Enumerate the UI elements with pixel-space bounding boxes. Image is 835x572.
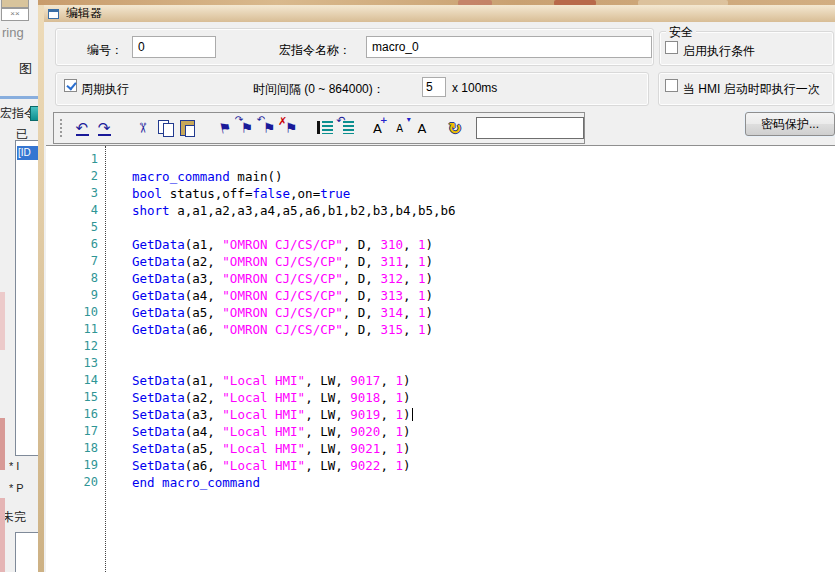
code-line[interactable]: 11GetData(a6, "OMRON CJ/CS/CP", D, 315, … — [46, 321, 826, 338]
number-input[interactable] — [132, 36, 216, 58]
font-increase-icon[interactable]: A — [367, 117, 387, 139]
dialog-titlebar[interactable]: 编辑器 — [44, 5, 835, 22]
macro-list-selected-item[interactable]: [ID — [17, 146, 38, 160]
code-text: bool status,off=false,on=true — [105, 185, 350, 202]
font-icon[interactable]: A — [412, 117, 432, 139]
code-text: GetData(a1, "OMRON CJ/CS/CP", D, 310, 1) — [105, 236, 433, 253]
code-line[interactable]: 2macro_command main() — [46, 168, 826, 185]
paste-icon[interactable] — [177, 117, 197, 139]
bookmark-next-icon[interactable]: ⚑ — [237, 117, 257, 139]
periodic-checkbox[interactable] — [64, 79, 77, 92]
code-text: GetData(a4, "OMRON CJ/CS/CP", D, 313, 1) — [105, 287, 433, 304]
line-number: 16 — [46, 406, 105, 423]
code-line[interactable]: 1 — [46, 151, 826, 168]
line-number: 8 — [46, 270, 105, 287]
outdent-icon[interactable] — [336, 117, 356, 139]
security-group-label: 安全 — [666, 24, 696, 41]
macro-name-label: 宏指令名称： — [279, 42, 351, 59]
code-line[interactable]: 13 — [46, 355, 826, 372]
line-number: 13 — [46, 355, 105, 372]
code-text: end macro_command — [105, 474, 260, 491]
interval-label: 时间间隔 (0 ~ 864000)： — [253, 81, 385, 98]
code-line[interactable]: 4short a,a1,a2,a3,a4,a5,a6,b1,b2,b3,b4,b… — [46, 202, 826, 219]
line-number: 6 — [46, 236, 105, 253]
run-on-startup-checkbox[interactable] — [665, 79, 678, 92]
dialog-title: 编辑器 — [66, 5, 102, 22]
bookmark-toggle-icon[interactable]: ⚑ — [212, 115, 236, 141]
toolbox-button-partial-icon[interactable] — [1, 0, 29, 8]
code-text: SetData(a4, "Local HMI", LW, 9020, 1) — [105, 423, 411, 440]
code-line[interactable]: 14SetData(a1, "Local HMI", LW, 9017, 1) — [46, 372, 826, 389]
line-number: 3 — [46, 185, 105, 202]
code-text — [105, 338, 132, 355]
code-line[interactable]: 16SetData(a3, "Local HMI", LW, 9019, 1) — [46, 406, 826, 423]
macro-name-input[interactable] — [366, 36, 652, 58]
code-line[interactable]: 15SetData(a2, "Local HMI", LW, 9018, 1) — [46, 389, 826, 406]
bookmark-prev-icon[interactable]: ⚑ — [259, 117, 279, 139]
code-text: macro_command main() — [105, 168, 283, 185]
line-number: 19 — [46, 457, 105, 474]
code-line[interactable]: 7GetData(a2, "OMRON CJ/CS/CP", D, 311, 1… — [46, 253, 826, 270]
run-on-startup-label: 当 HMI 启动时即执行一次 — [683, 81, 820, 98]
line-number: 4 — [46, 202, 105, 219]
redo-icon[interactable]: ↷ — [94, 117, 114, 139]
cut-icon[interactable]: ✂ — [132, 118, 154, 138]
code-line[interactable]: 10GetData(a5, "OMRON CJ/CS/CP", D, 314, … — [46, 304, 826, 321]
code-line[interactable]: 9GetData(a4, "OMRON CJ/CS/CP", D, 313, 1… — [46, 287, 826, 304]
code-lines: 12macro_command main()3bool status,off=f… — [46, 151, 826, 491]
number-label: 编号： — [87, 42, 123, 59]
line-number: 14 — [46, 372, 105, 389]
secondary-list[interactable] — [15, 532, 40, 572]
star-i-label: * I — [9, 460, 19, 472]
code-text: GetData(a2, "OMRON CJ/CS/CP", D, 311, 1) — [105, 253, 433, 270]
code-line[interactable]: 19SetData(a6, "Local HMI", LW, 9022, 1) — [46, 457, 826, 474]
copy-icon[interactable] — [155, 117, 175, 139]
code-line[interactable]: 20end macro_command — [46, 474, 826, 491]
code-text: GetData(a6, "OMRON CJ/CS/CP", D, 315, 1) — [105, 321, 433, 338]
code-text — [105, 355, 132, 372]
text-cursor — [412, 408, 413, 421]
code-text: short a,a1,a2,a3,a4,a5,a6,b1,b2,b3,b4,b5… — [105, 202, 456, 219]
xx-tool-icon[interactable]: ×× — [1, 8, 29, 21]
line-number: 1 — [46, 151, 105, 168]
bookmark-clear-icon[interactable]: ⚑ — [281, 117, 301, 139]
toolbar-grip[interactable] — [60, 119, 65, 137]
macro-list[interactable]: [ID — [15, 140, 40, 456]
keyword-search-input[interactable] — [476, 117, 584, 139]
ring-label: ring — [2, 25, 24, 40]
code-text: SetData(a6, "Local HMI", LW, 9022, 1) — [105, 457, 411, 474]
unfinished-group-label: 未完 — [2, 509, 26, 526]
background-window-fragment — [0, 498, 5, 572]
password-protect-button[interactable]: 密码保护... — [745, 112, 835, 136]
background-window-fragment — [0, 292, 5, 350]
line-number: 10 — [46, 304, 105, 321]
code-text: SetData(a3, "Local HMI", LW, 9019, 1) — [105, 406, 413, 423]
code-line[interactable]: 3bool status,off=false,on=true — [46, 185, 826, 202]
font-decrease-icon[interactable]: A — [390, 117, 410, 139]
code-text: SetData(a2, "Local HMI", LW, 9018, 1) — [105, 389, 411, 406]
dialog-icon — [48, 9, 59, 19]
code-line[interactable]: 12 — [46, 338, 826, 355]
code-text: SetData(a1, "Local HMI", LW, 9017, 1) — [105, 372, 411, 389]
interval-input[interactable] — [422, 77, 446, 97]
background-window-fragment — [0, 418, 5, 470]
code-line[interactable]: 18SetData(a5, "Local HMI", LW, 9021, 1) — [46, 440, 826, 457]
library-label: 图 — [19, 60, 32, 78]
undo-icon[interactable]: ↶ — [72, 117, 92, 139]
line-number: 17 — [46, 423, 105, 440]
code-text: SetData(a5, "Local HMI", LW, 9021, 1) — [105, 440, 411, 457]
star-p-label: * P — [9, 482, 24, 494]
code-line[interactable]: 8GetData(a3, "OMRON CJ/CS/CP", D, 312, 1… — [46, 270, 826, 287]
editor-toolbar: ↶↷✂⚑⚑⚑⚑AAA↻ — [53, 112, 585, 144]
code-line[interactable]: 5 — [46, 219, 826, 236]
periodic-label: 周期执行 — [81, 81, 129, 98]
code-text: GetData(a5, "OMRON CJ/CS/CP", D, 314, 1) — [105, 304, 433, 321]
code-line[interactable]: 17SetData(a4, "Local HMI", LW, 9020, 1) — [46, 423, 826, 440]
replace-icon[interactable]: ↻ — [445, 117, 465, 139]
screen: ×× ring 图 宏指令 已编 [ID * I * P 未完 编辑器 编号： … — [0, 0, 835, 572]
enable-condition-checkbox[interactable] — [665, 41, 678, 54]
code-line[interactable]: 6GetData(a1, "OMRON CJ/CS/CP", D, 310, 1… — [46, 236, 826, 253]
indent-icon[interactable] — [314, 117, 334, 139]
line-number: 2 — [46, 168, 105, 185]
enable-condition-label: 启用执行条件 — [683, 43, 755, 60]
